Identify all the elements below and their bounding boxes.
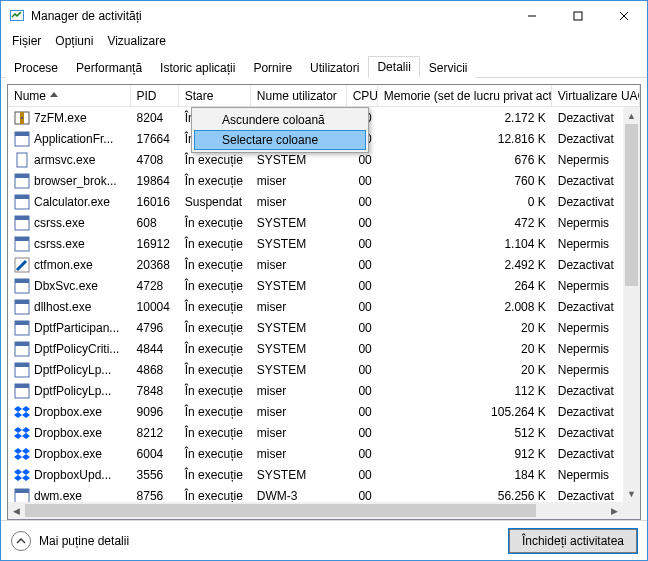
process-status: În execuție <box>179 275 251 296</box>
tab-processes[interactable]: Procese <box>5 57 67 78</box>
process-cpu: 00 <box>347 296 378 317</box>
process-pid: 8204 <box>131 107 179 128</box>
process-status: În execuție <box>179 359 251 380</box>
svg-marker-47 <box>22 469 30 475</box>
process-name: dllhost.exe <box>34 300 91 314</box>
tab-app-history[interactable]: Istoric aplicații <box>151 57 244 78</box>
table-row[interactable]: DptfPolicyLp...4868În execuțieSYSTEM0020… <box>8 359 640 380</box>
titlebar[interactable]: Manager de activități <box>1 1 647 31</box>
process-user: miser <box>251 401 347 422</box>
vertical-scrollbar[interactable]: ▲ ▼ <box>623 107 640 502</box>
table-row[interactable]: dllhost.exe10004În execuțiemiser002.008 … <box>8 296 640 317</box>
tab-details[interactable]: Detalii <box>368 56 419 78</box>
scroll-left-icon[interactable]: ◀ <box>8 502 25 519</box>
process-memory: 56.256 K <box>378 485 552 502</box>
process-status: În execuție <box>179 338 251 359</box>
tab-startup[interactable]: Pornire <box>244 57 301 78</box>
svg-rect-29 <box>15 342 29 346</box>
process-name: DptfPolicyLp... <box>34 363 111 377</box>
menu-file[interactable]: Fișier <box>6 33 47 49</box>
process-pid: 16016 <box>131 191 179 212</box>
minimize-button[interactable] <box>509 1 555 31</box>
close-button[interactable] <box>601 1 647 31</box>
process-user: SYSTEM <box>251 275 347 296</box>
vertical-scroll-thumb[interactable] <box>625 124 638 286</box>
svg-rect-15 <box>15 195 29 199</box>
process-status: În execuție <box>179 401 251 422</box>
col-name[interactable]: Nume <box>8 85 131 106</box>
process-status: În execuție <box>179 443 251 464</box>
svg-rect-17 <box>15 216 29 220</box>
table-row[interactable]: browser_brok...19864În execuțiemiser0076… <box>8 170 640 191</box>
menu-view[interactable]: Vizualizare <box>101 33 171 49</box>
table-row[interactable]: ctfmon.exe20368În execuțiemiser002.492 K… <box>8 254 640 275</box>
svg-marker-48 <box>14 475 22 481</box>
table-row[interactable]: DbxSvc.exe4728În execuțieSYSTEM00264 KNe… <box>8 275 640 296</box>
table-row[interactable]: dwm.exe8756În execuțieDWM-30056.256 KDez… <box>8 485 640 502</box>
process-name: DbxSvc.exe <box>34 279 98 293</box>
table-row[interactable]: Dropbox.exe8212În execuțiemiser00512 KDe… <box>8 422 640 443</box>
process-pid: 10004 <box>131 296 179 317</box>
col-memory[interactable]: Memorie (set de lucru privat activ) <box>378 85 552 106</box>
process-icon <box>14 257 30 273</box>
scroll-up-icon[interactable]: ▲ <box>623 107 640 124</box>
process-pid: 8212 <box>131 422 179 443</box>
col-status[interactable]: Stare <box>179 85 251 106</box>
svg-rect-8 <box>21 117 23 119</box>
process-name: Dropbox.exe <box>34 405 102 419</box>
table-row[interactable]: csrss.exe16912În execuțieSYSTEM001.104 K… <box>8 233 640 254</box>
tab-services[interactable]: Servicii <box>420 57 477 78</box>
table-row[interactable]: Dropbox.exe9096În execuțiemiser00105.264… <box>8 401 640 422</box>
process-icon <box>14 194 30 210</box>
table-row[interactable]: DropboxUpd...3556În execuțieSYSTEM00184 … <box>8 464 640 485</box>
col-cpu[interactable]: CPU <box>347 85 378 106</box>
col-uac[interactable]: Virtualizare UAC <box>552 85 640 106</box>
process-pid: 4868 <box>131 359 179 380</box>
process-icon <box>14 215 30 231</box>
table-row[interactable]: DptfPolicyCriti...4844În execuțieSYSTEM0… <box>8 338 640 359</box>
end-task-button[interactable]: Închideți activitatea <box>509 529 637 553</box>
process-status: În execuție <box>179 485 251 502</box>
table-row[interactable]: DptfPolicyLp...7848În execuțiemiser00112… <box>8 380 640 401</box>
process-icon <box>14 299 30 315</box>
horizontal-scroll-thumb[interactable] <box>25 504 536 517</box>
process-memory: 184 K <box>378 464 552 485</box>
col-user[interactable]: Nume utilizator <box>251 85 347 106</box>
scroll-down-icon[interactable]: ▼ <box>623 485 640 502</box>
context-hide-column[interactable]: Ascundere coloană <box>194 110 366 130</box>
process-user: miser <box>251 443 347 464</box>
table-row[interactable]: Calculator.exe16016Suspendatmiser000 KDe… <box>8 191 640 212</box>
col-pid[interactable]: PID <box>131 85 179 106</box>
process-memory: 760 K <box>378 170 552 191</box>
svg-rect-11 <box>17 153 27 167</box>
process-pid: 17664 <box>131 128 179 149</box>
menu-options[interactable]: Opțiuni <box>49 33 99 49</box>
process-cpu: 00 <box>347 338 378 359</box>
maximize-button[interactable] <box>555 1 601 31</box>
process-pid: 608 <box>131 212 179 233</box>
table-row[interactable]: Dropbox.exe6004În execuțiemiser00912 KDe… <box>8 443 640 464</box>
table-row[interactable]: csrss.exe608În execuțieSYSTEM00472 KNepe… <box>8 212 640 233</box>
end-task-label: Închideți activitatea <box>522 534 624 548</box>
process-pid: 4796 <box>131 317 179 338</box>
table-row[interactable]: DptfParticipan...4796În execuțieSYSTEM00… <box>8 317 640 338</box>
process-user: miser <box>251 170 347 191</box>
process-cpu: 00 <box>347 422 378 443</box>
svg-rect-19 <box>15 237 29 241</box>
process-icon <box>14 152 30 168</box>
context-select-columns[interactable]: Selectare coloane <box>194 130 366 150</box>
svg-rect-3 <box>574 12 582 20</box>
process-status: Suspendat <box>179 191 251 212</box>
process-name: Dropbox.exe <box>34 447 102 461</box>
process-pid: 6004 <box>131 443 179 464</box>
fewer-details-button[interactable]: Mai puține detalii <box>11 531 129 551</box>
process-icon <box>14 425 30 441</box>
scroll-right-icon[interactable]: ▶ <box>606 502 623 519</box>
horizontal-scrollbar[interactable]: ◀ ▶ <box>8 502 623 519</box>
process-user: SYSTEM <box>251 338 347 359</box>
process-cpu: 00 <box>347 254 378 275</box>
scrollbar-corner <box>623 502 640 519</box>
process-status: În execuție <box>179 464 251 485</box>
tab-users[interactable]: Utilizatori <box>301 57 368 78</box>
tab-performance[interactable]: Performanță <box>67 57 151 78</box>
